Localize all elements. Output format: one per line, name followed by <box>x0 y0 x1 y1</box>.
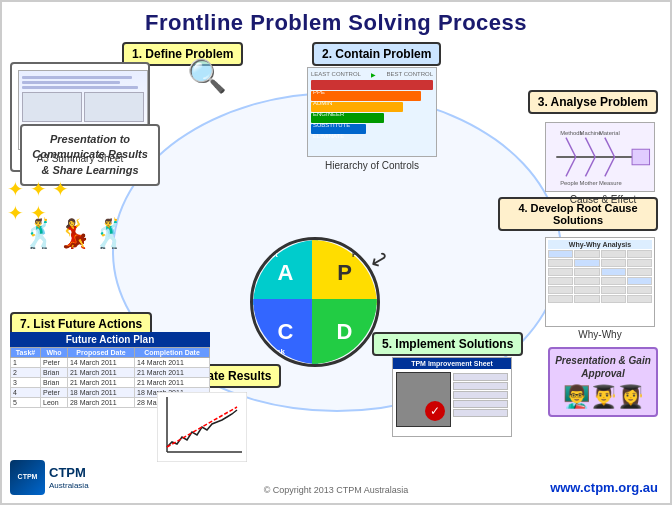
table-row: 1Peter14 March 201114 March 2011 <box>11 358 210 368</box>
svg-text:Measure: Measure <box>599 180 622 186</box>
svg-text:Mother: Mother <box>580 180 598 186</box>
act-label: Act <box>265 250 278 259</box>
do-label: Do <box>354 347 365 356</box>
a3-caption: A3 Summary Sheet <box>18 153 142 164</box>
tpm-box: TPM Improvement Sheet ✓ <box>392 357 512 437</box>
hoc-caption: Hierarchy of Controls <box>307 160 437 171</box>
col-task: Task# <box>11 348 41 358</box>
pga-title: Presentation & Gain Approval <box>555 354 651 380</box>
teacher-icon: 👨‍🏫👨‍🎓👩‍🎓 <box>555 384 651 410</box>
table-row: 3Brian21 March 201121 March 2011 <box>11 378 210 388</box>
hoc-box: LEAST CONTROL ▶ BEST CONTROL PPE ADMIN E… <box>307 67 437 157</box>
cause-effect-box: Methods Machine Material People Mother M… <box>545 122 655 192</box>
svg-line-5 <box>566 157 576 176</box>
ctpm-logo: CTPM CTPM Australasia <box>10 460 89 495</box>
presentation-box: Presentation to Communicate Results & Sh… <box>10 62 150 172</box>
magnify-icon: 🔍 <box>187 57 227 95</box>
page-title: Frontline Problem Solving Process <box>2 2 670 40</box>
cause-effect-caption: Cause & Effect <box>548 194 658 205</box>
ctpm-sub: Australasia <box>49 481 89 490</box>
why-why-box: Why-Why Analysis <box>545 237 655 327</box>
step5-box: 5. Implement Solutions <box>372 332 523 356</box>
pga-box: Presentation & Gain Approval 👨‍🏫👨‍🎓👩‍🎓 <box>548 347 658 417</box>
ctpm-icon: CTPM <box>10 460 45 495</box>
main-container: Frontline Problem Solving Process 1. Def… <box>0 0 672 505</box>
svg-line-6 <box>585 157 595 176</box>
graph-svg <box>157 392 247 462</box>
col-who: Who <box>41 348 68 358</box>
svg-text:Material: Material <box>599 130 620 136</box>
pdca-circle: A P C D Act Plan Check Do <box>250 237 380 367</box>
svg-line-7 <box>605 157 615 176</box>
col-proposed: Proposed Date <box>67 348 134 358</box>
svg-line-4 <box>605 138 615 157</box>
svg-text:People: People <box>560 180 578 186</box>
check-label: Check <box>261 347 285 356</box>
fishbone-svg: Methods Machine Material People Mother M… <box>546 123 654 191</box>
website: www.ctpm.org.au <box>550 480 658 495</box>
step2-box: 2. Contain Problem <box>312 42 441 66</box>
action-plan-title: Future Action Plan <box>10 332 210 347</box>
svg-line-3 <box>585 138 595 157</box>
why-why-caption: Why-Why <box>545 329 655 340</box>
step3-box: 3. Analyse Problem <box>528 90 658 114</box>
graph-box <box>157 392 247 462</box>
col-completion: Completion Date <box>135 348 210 358</box>
ctpm-name: CTPM <box>49 465 89 481</box>
copyright: © Copyright 2013 CTPM Australasia <box>264 485 409 495</box>
table-row: 2Brian21 March 201121 March 2011 <box>11 368 210 378</box>
svg-rect-14 <box>632 149 649 165</box>
svg-line-2 <box>566 138 576 157</box>
people-silhouette: 🕺💃🕺 <box>22 217 127 250</box>
